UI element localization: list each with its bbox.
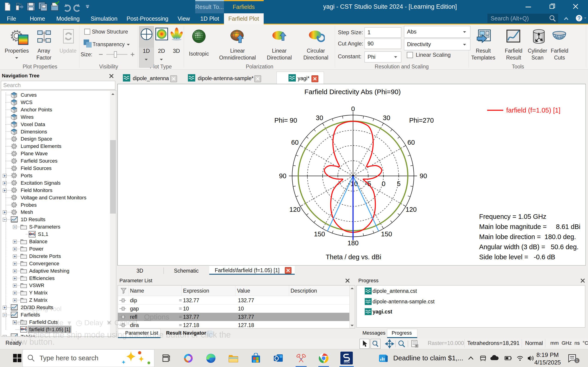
svg-text:Phi=270: Phi=270 <box>409 117 434 124</box>
svg-text:60: 60 <box>407 139 415 146</box>
svg-text:Frequency = 1.05 GHz: Frequency = 1.05 GHz <box>479 213 547 220</box>
svg-text:150: 150 <box>314 230 325 238</box>
svg-text:Main lobe magnitude = 8.61: Main lobe magnitude = 8.61 dBi <box>479 223 580 230</box>
svg-text:30: 30 <box>316 114 323 122</box>
svg-text:Main lobe direction = 180.0 d: Main lobe direction = 180.0 deg. <box>479 233 576 241</box>
svg-text:Farfield Directivity Abs (Phi=: Farfield Directivity Abs (Phi=90) <box>304 88 401 96</box>
svg-text:5: 5 <box>397 180 401 187</box>
svg-text:0: 0 <box>351 105 355 113</box>
svg-text:?: ? <box>577 15 581 21</box>
svg-text:180: 180 <box>348 239 358 247</box>
svg-text:120: 120 <box>406 206 417 213</box>
svg-text:90: 90 <box>279 172 286 180</box>
svg-text:Phi= 90: Phi= 90 <box>274 117 297 124</box>
svg-text:30: 30 <box>383 114 390 122</box>
svg-text:1: 1 <box>576 359 578 363</box>
svg-text:120: 120 <box>290 206 300 213</box>
svg-text:0: 0 <box>382 180 385 187</box>
svg-text:60: 60 <box>291 139 298 146</box>
svg-text:90: 90 <box>420 172 427 180</box>
svg-text:Side lobe level = -0.6 dB: Side lobe level = -0.6 dB <box>479 253 555 261</box>
svg-text:farfield (f=1.05) [1]: farfield (f=1.05) [1] <box>506 107 560 114</box>
svg-text:Theta / deg vs. dBi: Theta / deg vs. dBi <box>326 253 381 261</box>
svg-text:Angular width (3 dB) = 50.6: Angular width (3 dB) = 50.6 deg. <box>479 243 579 250</box>
svg-text:2024: 2024 <box>344 361 350 364</box>
svg-text:150: 150 <box>381 230 392 238</box>
